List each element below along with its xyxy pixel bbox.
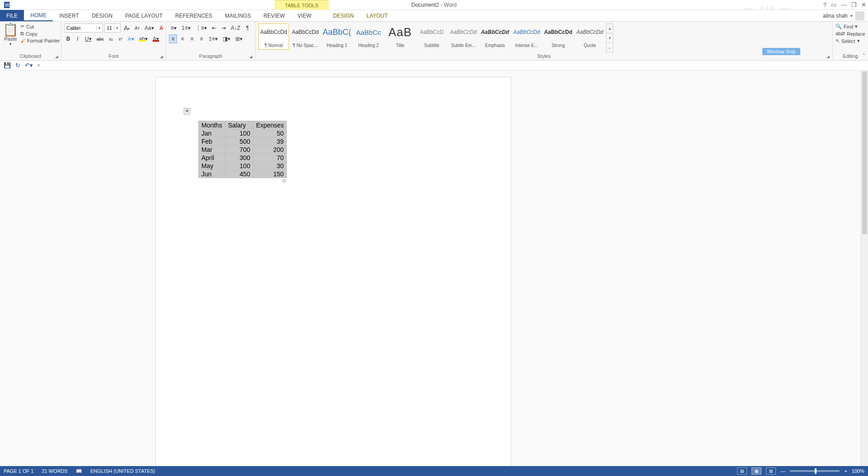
tab-insert[interactable]: INSERT [53,10,85,21]
style-strong[interactable]: AaBbCcDdStrong [543,24,574,50]
qat-customize-button[interactable]: ≡ [37,63,40,68]
highlight-button[interactable]: ab▾ [137,34,149,43]
print-layout-button[interactable]: ▦ [751,467,761,475]
shrink-font-button[interactable]: A▾ [133,24,141,33]
tab-file[interactable]: FILE [0,10,24,21]
tab-table-layout[interactable]: LAYOUT [360,10,394,21]
page[interactable]: ✥ MonthsSalaryExpensesJan10050Feb50039Ma… [156,77,511,466]
change-case-button[interactable]: Aa▾ [143,24,156,33]
align-right-button[interactable]: ≡ [188,34,196,43]
text-effects-button[interactable]: A▾ [126,34,136,43]
italic-button[interactable]: I [74,34,82,43]
table-resize-handle[interactable] [283,179,285,182]
title-bar: W Document2 - Word TABLE TOOLS ◎|||◎ ? ▭… [0,0,868,10]
sort-button[interactable]: A↓Z [229,24,242,33]
superscript-button[interactable]: x² [117,34,125,43]
tab-home[interactable]: HOME [24,10,53,21]
font-size-input[interactable] [105,25,114,31]
redo-button[interactable]: ↻ [15,62,20,69]
undo-button[interactable]: ↶▾ [25,62,33,69]
replace-button[interactable]: ab⇄Replace [835,31,865,37]
font-name-input[interactable] [65,25,96,31]
group-label-styles: Styles [258,52,830,60]
show-hide-button[interactable]: ¶ [243,24,252,33]
shading-button[interactable]: ◨▾ [221,34,232,43]
document-table[interactable]: MonthsSalaryExpensesJan10050Feb50039Mar7… [198,121,287,178]
font-color-button[interactable]: A▾ [151,34,161,43]
tab-references[interactable]: REFERENCES [169,10,219,21]
paste-button[interactable]: 📋 Paste ▾ [3,24,19,46]
zoom-out-button[interactable]: — [780,468,785,474]
line-spacing-button[interactable]: ‡≡▾ [207,34,219,43]
font-dialog-launcher[interactable]: ◢ [160,54,164,59]
style-subtle-em-[interactable]: AaBbCcDdSubtle Em... [448,24,479,50]
zoom-level[interactable]: 100% [852,468,864,474]
status-proofing[interactable]: 📖 [76,468,82,474]
tab-mailings[interactable]: MAILINGS [219,10,257,21]
grow-font-button[interactable]: A▴ [122,24,131,33]
copy-button[interactable]: ⧉Copy [20,31,60,37]
style--no-spac-[interactable]: AaBbCcDd¶ No Spac... [290,24,321,50]
tab-page-layout[interactable]: PAGE LAYOUT [119,10,169,21]
style-heading-2[interactable]: AaBbCcHeading 2 [353,24,384,50]
multilevel-list-button[interactable]: ⋮≡▾ [194,24,209,33]
restore-icon[interactable]: ❐ [851,1,857,8]
clear-formatting-button[interactable]: A̷ [157,24,165,33]
help-icon[interactable]: ? [823,1,826,8]
group-label-clipboard: Clipboard [3,52,58,60]
table-move-handle[interactable]: ✥ [184,108,190,114]
tab-review[interactable]: REVIEW [257,10,291,21]
align-left-button[interactable]: ≡ [169,34,177,43]
status-language[interactable]: ENGLISH (UNITED STATES) [90,468,155,474]
numbering-button[interactable]: 1≡▾ [180,24,192,33]
borders-button[interactable]: ⊞▾ [233,34,244,43]
ribbon-home: 📋 Paste ▾ ✂Cut ⧉Copy 🖌Format Painter Cli… [0,22,868,61]
zoom-slider[interactable] [790,470,840,472]
decrease-indent-button[interactable]: ⇤ [210,24,218,33]
format-painter-button[interactable]: 🖌Format Painter [20,38,60,43]
ribbon-display-options-icon[interactable]: ▭ [831,1,836,8]
style-intense-e-[interactable]: AaBbCcDdIntense E... [511,24,542,50]
vertical-scrollbar[interactable] [861,71,868,466]
bullets-button[interactable]: ≡▾ [169,24,178,33]
strikethrough-button[interactable]: abc [95,34,106,43]
style--normal[interactable]: AaBbCcDd¶ Normal [258,24,289,50]
tab-design[interactable]: DESIGN [85,10,119,21]
styles-dialog-launcher[interactable]: ◢ [826,54,831,59]
minimize-icon[interactable]: — [841,1,847,8]
align-center-button[interactable]: ≡ [178,34,187,43]
close-icon[interactable]: ✕ [861,1,866,8]
tab-view[interactable]: VIEW [291,10,318,21]
paragraph-dialog-launcher[interactable]: ◢ [249,54,254,59]
subscript-button[interactable]: x₂ [107,34,115,43]
bold-button[interactable]: B [64,34,72,43]
cut-button[interactable]: ✂Cut [20,24,60,29]
save-button[interactable]: 💾 [4,62,11,69]
styles-scroll[interactable]: ▴▾⌄ [606,24,613,52]
tab-table-design[interactable]: DESIGN [327,10,360,21]
style-title[interactable]: AaBTitle [385,24,415,50]
user-account[interactable]: alina shah▾ [823,10,864,22]
underline-button[interactable]: U▾ [83,34,93,43]
increase-indent-button[interactable]: ⇥ [219,24,228,33]
font-size-combo[interactable]: ▾ [104,24,121,33]
font-name-combo[interactable]: ▾ [64,24,103,33]
select-button[interactable]: ↖Select ▾ [835,38,860,44]
scrollbar-thumb[interactable] [862,71,867,234]
web-layout-button[interactable]: ▥ [766,467,776,475]
read-mode-button[interactable]: ▤ [737,467,747,475]
style-heading-1[interactable]: AaBbC(Heading 1 [322,24,352,50]
word-app-icon: W [4,1,13,9]
find-button[interactable]: 🔍Find ▾ [835,24,858,29]
justify-button[interactable]: ≡ [197,34,205,43]
style-subtitle[interactable]: AaBbCcDSubtitle [416,24,447,50]
status-words[interactable]: 21 WORDS [42,468,67,474]
ribbon-tabs: FILE HOME INSERT DESIGN PAGE LAYOUT REFE… [0,10,868,22]
status-page[interactable]: PAGE 1 OF 1 [4,468,33,474]
style-quote[interactable]: AaBbCcDdQuote [574,24,605,50]
clipboard-icon: 📋 [3,24,19,36]
collapse-ribbon-button[interactable]: ˄ [863,53,865,59]
style-emphasis[interactable]: AaBbCcDdEmphasis [480,24,510,50]
clipboard-dialog-launcher[interactable]: ◢ [55,54,60,59]
zoom-in-button[interactable]: + [844,468,847,474]
